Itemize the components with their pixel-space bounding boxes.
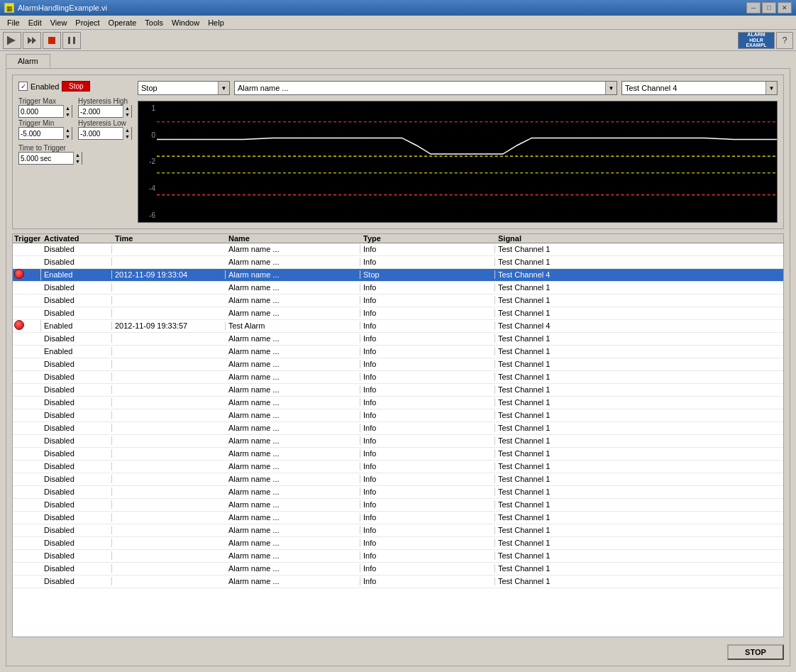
- table-row[interactable]: DisabledAlarm name ...InfoTest Channel 1: [13, 282, 783, 294]
- cell-activated: Disabled: [41, 475, 112, 483]
- trigger-max-field[interactable]: [19, 108, 63, 116]
- svg-marker-2: [28, 37, 32, 44]
- abort-button[interactable]: [43, 32, 61, 49]
- channel-dropdown[interactable]: Test Channel 4 ▼: [621, 81, 778, 95]
- table-row[interactable]: DisabledAlarm name ...InfoTest Channel 1: [13, 294, 783, 307]
- menu-help[interactable]: Help: [204, 18, 228, 28]
- hysteresis-high-input[interactable]: ▲ ▼: [78, 105, 132, 118]
- table-row[interactable]: DisabledAlarm name ...InfoTest Channel 1: [13, 256, 783, 269]
- stop-dropdown-text: Stop: [138, 84, 218, 92]
- table-row[interactable]: DisabledAlarm name ...InfoTest Channel 1: [13, 448, 783, 461]
- menu-project[interactable]: Project: [71, 18, 104, 28]
- channel-text: Test Channel 4: [622, 84, 765, 92]
- cell-name: Alarm name ...: [226, 526, 360, 534]
- trigger-min-up[interactable]: ▲: [63, 127, 72, 133]
- cell-name: Alarm name ...: [226, 411, 360, 419]
- menu-tools[interactable]: Tools: [140, 18, 167, 28]
- cell-type: Info: [360, 283, 495, 292]
- table-row[interactable]: DisabledAlarm name ...InfoTest Channel 1: [13, 550, 783, 563]
- hysteresis-low-input[interactable]: ▲ ▼: [78, 127, 132, 140]
- menu-view[interactable]: View: [46, 18, 72, 28]
- help-button[interactable]: ?: [776, 32, 793, 49]
- trigger-max-input[interactable]: ▲ ▼: [18, 105, 72, 118]
- cell-time: 2012-11-09 19:33:57: [112, 321, 226, 330]
- run-button[interactable]: [3, 32, 21, 49]
- cell-activated: Enabled: [41, 321, 112, 330]
- alarm-name-arrow[interactable]: ▼: [605, 82, 617, 94]
- cell-activated: Disabled: [41, 411, 112, 419]
- table-row[interactable]: DisabledAlarm name ...InfoTest Channel 1: [13, 333, 783, 346]
- trigger-min-down[interactable]: ▼: [63, 133, 72, 140]
- hysteresis-low-field[interactable]: [79, 130, 123, 138]
- table-row[interactable]: DisabledAlarm name ...InfoTest Channel 1: [13, 575, 783, 588]
- minimize-button[interactable]: ─: [746, 2, 761, 13]
- table-row[interactable]: DisabledAlarm name ...InfoTest Channel 1: [13, 473, 783, 486]
- hysteresis-low-up[interactable]: ▲: [123, 127, 131, 133]
- menu-window[interactable]: Window: [167, 18, 204, 28]
- stop-button[interactable]: STOP: [727, 644, 784, 660]
- time-to-trigger-field[interactable]: [19, 155, 73, 163]
- table-row[interactable]: DisabledAlarm name ...InfoTest Channel 1: [13, 486, 783, 499]
- table-row[interactable]: DisabledAlarm name ...InfoTest Channel 1: [13, 307, 783, 320]
- menu-edit[interactable]: Edit: [24, 18, 46, 28]
- menu-file[interactable]: File: [3, 18, 24, 28]
- table-row[interactable]: DisabledAlarm name ...InfoTest Channel 1: [13, 384, 783, 397]
- table-row[interactable]: DisabledAlarm name ...InfoTest Channel 1: [13, 461, 783, 473]
- pause-button[interactable]: [62, 32, 81, 49]
- time-to-trigger-up[interactable]: ▲: [73, 152, 82, 158]
- alarm-name-dropdown[interactable]: Alarm name ... ▼: [234, 81, 617, 95]
- table-row[interactable]: DisabledAlarm name ...InfoTest Channel 1: [13, 512, 783, 524]
- time-to-trigger-input[interactable]: ▲ ▼: [18, 152, 82, 165]
- cell-signal: Test Channel 1: [495, 449, 783, 458]
- time-to-trigger-spinner: ▲ ▼: [73, 152, 82, 165]
- hysteresis-high-field[interactable]: [79, 108, 123, 116]
- cell-activated: Disabled: [41, 500, 112, 509]
- table-row[interactable]: DisabledAlarm name ...InfoTest Channel 1: [13, 397, 783, 409]
- cell-name: Alarm name ...: [226, 462, 360, 470]
- cell-type: Info: [360, 296, 495, 304]
- table-row[interactable]: DisabledAlarm name ...InfoTest Channel 1: [13, 435, 783, 448]
- trigger-min-field[interactable]: [19, 130, 63, 138]
- table-body[interactable]: DisabledAlarm name ...InfoTest Channel 1…: [13, 243, 783, 637]
- table-row[interactable]: EnabledAlarm name ...InfoTest Channel 1: [13, 346, 783, 358]
- hysteresis-low-down[interactable]: ▼: [123, 133, 131, 140]
- cell-name: Alarm name ...: [226, 334, 360, 343]
- table-row[interactable]: Enabled2012-11-09 19:33:57Test AlarmInfo…: [13, 320, 783, 333]
- trigger-min-input[interactable]: ▲ ▼: [18, 127, 72, 140]
- cell-signal: Test Channel 1: [495, 258, 783, 266]
- hysteresis-high-up[interactable]: ▲: [123, 105, 131, 111]
- hysteresis-high-down[interactable]: ▼: [123, 111, 131, 118]
- cell-signal: Test Channel 1: [495, 398, 783, 407]
- time-to-trigger-section: Time to Trigger ▲ ▼: [18, 144, 132, 165]
- cell-signal: Test Channel 1: [495, 309, 783, 317]
- table-row[interactable]: DisabledAlarm name ...InfoTest Channel 1: [13, 371, 783, 384]
- run-continuously-button[interactable]: [23, 32, 41, 49]
- table-row[interactable]: Enabled2012-11-09 19:33:04Alarm name ...…: [13, 269, 783, 282]
- cell-name: Alarm name ...: [226, 309, 360, 317]
- table-row[interactable]: DisabledAlarm name ...InfoTest Channel 1: [13, 563, 783, 575]
- table-row[interactable]: DisabledAlarm name ...InfoTest Channel 1: [13, 422, 783, 435]
- cell-signal: Test Channel 1: [495, 245, 783, 253]
- cell-activated: Disabled: [41, 488, 112, 496]
- table-row[interactable]: DisabledAlarm name ...InfoTest Channel 1: [13, 499, 783, 512]
- close-button[interactable]: ✕: [778, 2, 792, 13]
- enabled-checkbox[interactable]: [18, 82, 28, 91]
- tab-alarm[interactable]: Alarm: [6, 54, 50, 68]
- cell-name: Alarm name ...: [226, 424, 360, 432]
- stop-dropdown-arrow[interactable]: ▼: [218, 82, 229, 94]
- time-to-trigger-down[interactable]: ▼: [73, 158, 82, 165]
- table-row[interactable]: DisabledAlarm name ...InfoTest Channel 1: [13, 358, 783, 371]
- cell-type: Info: [360, 245, 495, 253]
- cell-name: Alarm name ...: [226, 513, 360, 522]
- trigger-max-down[interactable]: ▼: [63, 111, 72, 118]
- table-row[interactable]: DisabledAlarm name ...InfoTest Channel 1: [13, 524, 783, 537]
- maximize-button[interactable]: □: [762, 2, 776, 13]
- menu-operate[interactable]: Operate: [104, 18, 141, 28]
- channel-arrow[interactable]: ▼: [765, 82, 777, 94]
- trigger-max-up[interactable]: ▲: [63, 105, 72, 111]
- table-row[interactable]: DisabledAlarm name ...InfoTest Channel 1: [13, 409, 783, 422]
- stop-dropdown[interactable]: Stop ▼: [138, 81, 230, 95]
- cell-name: Alarm name ...: [226, 296, 360, 304]
- table-row[interactable]: DisabledAlarm name ...InfoTest Channel 1: [13, 243, 783, 256]
- table-row[interactable]: DisabledAlarm name ...InfoTest Channel 1: [13, 537, 783, 550]
